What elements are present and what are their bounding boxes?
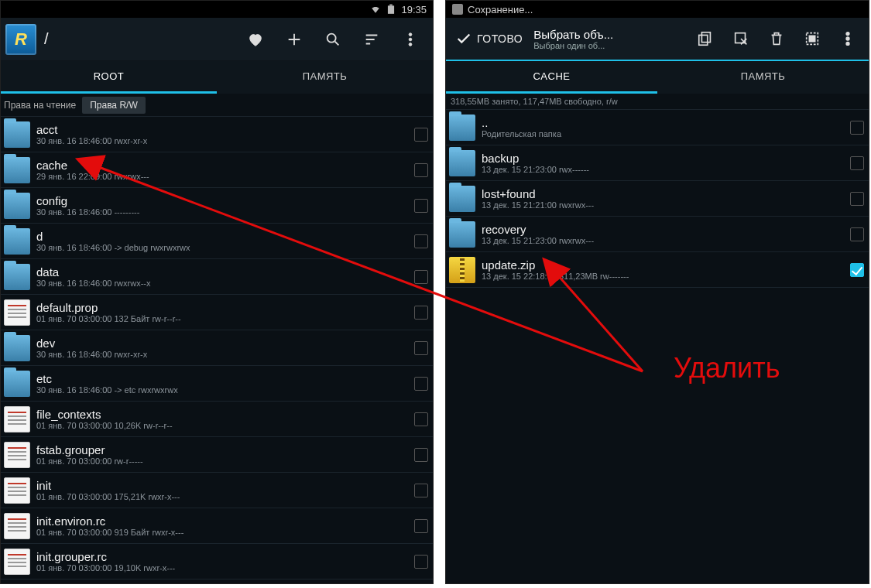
- file-row[interactable]: default.prop01 янв. 70 03:00:00 132 Байт…: [1, 295, 433, 330]
- svg-point-11: [846, 32, 849, 36]
- file-name: data: [36, 265, 414, 279]
- file-meta: 30 янв. 16 18:46:00 -> etc rwxrwxrwx: [36, 385, 414, 395]
- file-info: config30 янв. 16 18:46:00 ---------: [36, 194, 414, 217]
- file-checkbox[interactable]: [414, 234, 428, 248]
- file-meta: 30 янв. 16 18:46:00 rwxrwx--x: [36, 279, 414, 289]
- file-icon: [4, 513, 30, 539]
- file-meta: 01 янв. 70 03:00:00 919 Байт rwxr-x---: [36, 528, 414, 538]
- overflow-button-right[interactable]: [830, 17, 866, 60]
- file-checkbox[interactable]: [414, 555, 428, 569]
- file-info: init.environ.rc01 янв. 70 03:00:00 919 Б…: [36, 514, 414, 538]
- tab-cache[interactable]: CACHE: [446, 61, 657, 94]
- svg-rect-1: [390, 5, 393, 6]
- delete-button[interactable]: [759, 17, 794, 60]
- file-name: update.zip: [482, 258, 850, 272]
- file-checkbox[interactable]: [414, 519, 428, 533]
- file-name: ..: [482, 116, 850, 129]
- current-path[interactable]: /: [39, 30, 49, 48]
- add-button[interactable]: [276, 18, 312, 61]
- svg-rect-10: [809, 36, 814, 41]
- save-icon: [452, 4, 463, 15]
- file-row[interactable]: init01 янв. 70 03:00:00 175,21K rwxr-x--…: [1, 473, 433, 508]
- file-checkbox[interactable]: [414, 377, 428, 391]
- file-checkbox[interactable]: [414, 306, 428, 320]
- file-checkbox[interactable]: [850, 263, 864, 277]
- file-row[interactable]: init.grouper.usb.rc: [1, 579, 433, 584]
- folder-icon: [4, 193, 30, 219]
- app-icon[interactable]: R: [5, 24, 36, 55]
- file-checkbox[interactable]: [850, 121, 864, 135]
- overflow-button[interactable]: [393, 18, 428, 61]
- file-row[interactable]: file_contexts01 янв. 70 03:00:00 10,26K …: [1, 402, 433, 437]
- check-icon: [455, 30, 472, 47]
- folder-icon: [4, 228, 30, 255]
- left-panel: 19:35 R / ROOT ПАМЯТЬ Права на чтение Пр…: [0, 0, 434, 584]
- file-checkbox[interactable]: [850, 192, 864, 206]
- file-row[interactable]: acct30 янв. 16 18:46:00 rwxr-xr-x: [1, 117, 433, 152]
- file-meta: Родительская папка: [482, 129, 850, 139]
- tabs-right: CACHE ПАМЯТЬ: [446, 61, 869, 94]
- tab-memory[interactable]: ПАМЯТЬ: [217, 61, 433, 94]
- folder-icon: [449, 186, 475, 212]
- select-all-button[interactable]: [794, 17, 830, 60]
- file-checkbox[interactable]: [414, 484, 428, 497]
- file-row[interactable]: d30 янв. 16 18:46:00 -> debug rwxrwxrwx: [1, 224, 433, 259]
- file-row[interactable]: ..Родительская папка: [446, 110, 869, 145]
- file-row[interactable]: init.environ.rc01 янв. 70 03:00:00 919 Б…: [1, 508, 433, 544]
- file-row[interactable]: dev30 янв. 16 18:46:00 rwxr-xr-x: [1, 330, 433, 366]
- file-name: lost+found: [482, 187, 850, 200]
- file-row[interactable]: fstab.grouper01 янв. 70 03:00:00 rw-r---…: [1, 437, 433, 473]
- file-checkbox[interactable]: [414, 163, 428, 177]
- file-row[interactable]: recovery13 дек. 15 21:23:00 rwxrwx---: [446, 217, 869, 252]
- file-name: d: [36, 230, 414, 243]
- file-name: init.grouper.rc: [36, 550, 414, 563]
- file-checkbox[interactable]: [414, 341, 428, 355]
- file-checkbox[interactable]: [414, 412, 428, 426]
- file-checkbox[interactable]: [414, 128, 428, 142]
- perm-rw-button[interactable]: Права R/W: [82, 97, 146, 114]
- more-icon: [402, 31, 419, 48]
- selection-title-block: Выбрать объ... Выбран один об...: [529, 28, 618, 50]
- svg-point-4: [409, 38, 412, 41]
- file-name: init: [36, 479, 414, 492]
- file-meta: 01 янв. 70 03:00:00 175,21K rwxr-x---: [36, 492, 414, 502]
- file-list-left: acct30 янв. 16 18:46:00 rwxr-xr-xcache29…: [1, 117, 433, 584]
- folder-icon: [4, 121, 30, 148]
- file-icon: [4, 584, 30, 585]
- file-row[interactable]: update.zip13 дек. 15 22:18:00 311,23MB r…: [446, 252, 869, 288]
- folder-icon: [4, 371, 30, 397]
- file-row[interactable]: config30 янв. 16 18:46:00 ---------: [1, 188, 433, 224]
- svg-point-12: [846, 37, 849, 40]
- cut-button[interactable]: [723, 17, 759, 60]
- file-info: recovery13 дек. 15 21:23:00 rwxrwx---: [482, 223, 850, 246]
- file-row[interactable]: etc30 янв. 16 18:46:00 -> etc rwxrwxrwx: [1, 366, 433, 402]
- folder-icon: [449, 221, 475, 248]
- toolbar: R /: [1, 18, 433, 61]
- tab-root[interactable]: ROOT: [1, 61, 217, 94]
- file-name: acct: [36, 123, 414, 136]
- file-row[interactable]: data30 янв. 16 18:46:00 rwxrwx--x: [1, 259, 433, 295]
- file-row[interactable]: cache29 янв. 16 22:09:00 rwxrwx---: [1, 152, 433, 188]
- folder-icon: [449, 150, 475, 176]
- file-meta: 13 дек. 15 22:18:00 311,23MB rw-------: [482, 272, 850, 282]
- file-info: data30 янв. 16 18:46:00 rwxrwx--x: [36, 265, 414, 289]
- search-button[interactable]: [315, 18, 351, 61]
- status-title: Сохранение...: [468, 4, 533, 15]
- sort-button[interactable]: [354, 18, 389, 61]
- heart-icon: [247, 31, 264, 48]
- file-info: init.grouper.rc01 янв. 70 03:00:00 19,10…: [36, 550, 414, 573]
- file-row[interactable]: backup13 дек. 15 21:23:00 rwx------: [446, 145, 869, 181]
- file-checkbox[interactable]: [414, 270, 428, 284]
- file-row[interactable]: lost+found13 дек. 15 21:21:00 rwxrwx---: [446, 181, 869, 217]
- file-meta: 13 дек. 15 21:23:00 rwxrwx---: [482, 236, 850, 246]
- file-checkbox[interactable]: [850, 227, 864, 241]
- file-row[interactable]: init.grouper.rc01 янв. 70 03:00:00 19,10…: [1, 544, 433, 579]
- favorite-button[interactable]: [238, 18, 273, 61]
- file-checkbox[interactable]: [414, 199, 428, 213]
- done-button[interactable]: ГОТОВО: [449, 30, 529, 47]
- file-name: config: [36, 194, 414, 207]
- file-checkbox[interactable]: [850, 156, 864, 170]
- file-checkbox[interactable]: [414, 448, 428, 462]
- copy-button[interactable]: [688, 17, 723, 60]
- tab-memory-right[interactable]: ПАМЯТЬ: [657, 61, 869, 94]
